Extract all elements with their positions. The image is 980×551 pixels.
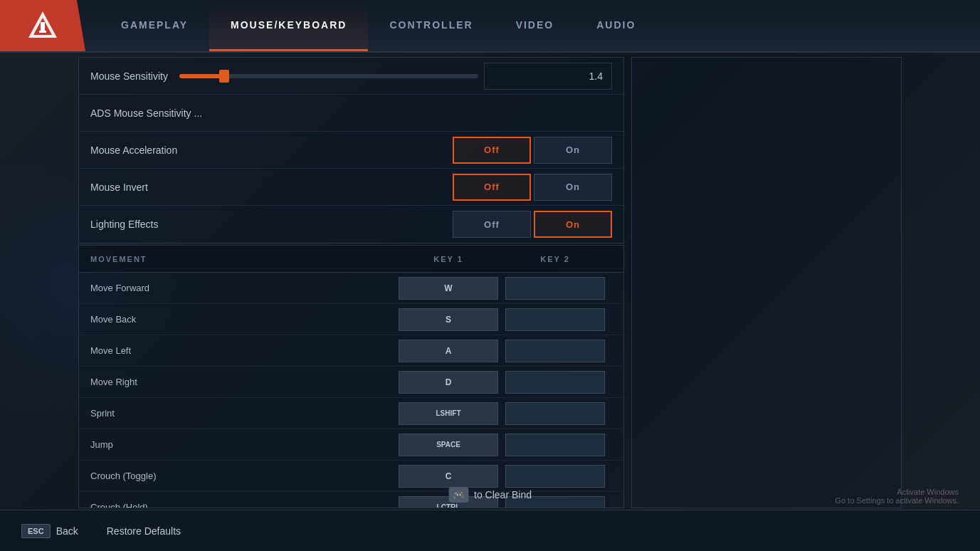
watermark-line1: Activate Windows: [835, 488, 959, 496]
main-content: Mouse Sensitivity 1.4 ADS Mouse Sensitiv…: [78, 57, 902, 508]
table-row: Move Back S: [79, 304, 623, 335]
action-sprint: Sprint: [90, 408, 399, 419]
action-move-left: Move Left: [90, 345, 399, 356]
tab-video[interactable]: VIDEO: [495, 0, 576, 51]
key1-sprint[interactable]: LSHIFT: [399, 402, 498, 425]
keybind-rows: Move Forward W Move Back S Move Left A M…: [79, 273, 623, 508]
mouse-sensitivity-section: Mouse Sensitivity 1.4 ADS Mouse Sensitiv…: [78, 57, 624, 243]
clear-bind-hint: 🎮 to Clear Bind: [448, 487, 532, 503]
lighting-effects-row: Lighting Effects Off On: [79, 206, 623, 243]
action-crouch-toggle: Crouch (Toggle): [90, 471, 399, 481]
back-button[interactable]: ESC Back: [21, 524, 78, 538]
key1-move-right[interactable]: D: [399, 371, 498, 394]
right-panel: [631, 57, 902, 508]
table-row: Crouch (Hold) LCTRL: [79, 492, 623, 508]
movement-label: MOVEMENT: [90, 255, 399, 263]
movement-key2-header: KEY 2: [505, 255, 605, 263]
key1-crouch-toggle[interactable]: C: [399, 465, 498, 488]
ads-sensitivity-label: ADS Mouse Sensitivity ...: [90, 107, 612, 119]
mouse-acceleration-off[interactable]: Off: [453, 137, 531, 164]
action-move-back: Move Back: [90, 314, 399, 325]
mouse-sensitivity-slider-container: 1.4: [179, 63, 612, 90]
mouse-invert-toggle: Off On: [453, 174, 612, 201]
table-row: Move Left A: [79, 335, 623, 367]
key1-move-back[interactable]: S: [399, 308, 498, 331]
lighting-effects-toggle: Off On: [453, 211, 612, 238]
lighting-effects-label: Lighting Effects: [90, 219, 453, 230]
mouse-sensitivity-row: Mouse Sensitivity 1.4: [79, 58, 623, 95]
key2-move-left[interactable]: [505, 340, 605, 362]
svg-rect-2: [41, 22, 45, 31]
lighting-effects-off[interactable]: Off: [453, 211, 531, 238]
lighting-effects-on[interactable]: On: [534, 211, 612, 238]
bottom-bar: ESC Back Restore Defaults: [0, 510, 980, 551]
table-row: Move Right D: [79, 367, 623, 398]
windows-watermark: Activate Windows Go to Settings to activ…: [835, 488, 959, 505]
tab-gameplay[interactable]: GAMEPLAY: [100, 0, 209, 51]
action-crouch-hold: Crouch (Hold): [90, 502, 399, 508]
mouse-invert-on[interactable]: On: [534, 174, 612, 201]
tab-controller[interactable]: CONTROLLER: [368, 0, 494, 51]
nav-tabs: GAMEPLAY MOUSE/KEYBOARD CONTROLLER VIDEO…: [100, 0, 657, 51]
key2-crouch-toggle[interactable]: [505, 465, 605, 488]
mouse-invert-row: Mouse Invert Off On: [79, 169, 623, 206]
mouse-acceleration-label: Mouse Acceleration: [90, 145, 453, 156]
mouse-sensitivity-fill: [179, 74, 224, 78]
key1-move-forward[interactable]: W: [399, 277, 498, 300]
action-move-right: Move Right: [90, 377, 399, 387]
gamepad-icon: 🎮: [448, 487, 468, 503]
watermark-line2: Go to Settings to activate Windows.: [835, 496, 959, 505]
apex-logo: [25, 8, 60, 43]
restore-label: Restore Defaults: [107, 525, 181, 537]
key2-move-forward[interactable]: [505, 277, 605, 300]
mouse-sensitivity-thumb[interactable]: [219, 70, 229, 83]
mouse-sensitivity-value: 1.4: [484, 63, 612, 90]
mouse-sensitivity-track[interactable]: [179, 74, 478, 78]
back-key-badge: ESC: [21, 524, 51, 538]
table-row: Move Forward W: [79, 273, 623, 304]
nav-bar: GAMEPLAY MOUSE/KEYBOARD CONTROLLER VIDEO…: [0, 0, 980, 53]
table-row: Crouch (Toggle) C: [79, 461, 623, 492]
table-row: Sprint LSHIFT: [79, 398, 623, 429]
movement-key1-header: KEY 1: [399, 255, 498, 263]
clear-bind-text: to Clear Bind: [474, 489, 532, 500]
restore-defaults-button[interactable]: Restore Defaults: [107, 525, 181, 537]
mouse-sensitivity-label: Mouse Sensitivity: [90, 70, 179, 82]
left-panel: Mouse Sensitivity 1.4 ADS Mouse Sensitiv…: [78, 57, 624, 508]
ads-sensitivity-row: ADS Mouse Sensitivity ...: [79, 95, 623, 132]
action-jump: Jump: [90, 439, 399, 450]
mouse-acceleration-toggle: Off On: [453, 137, 612, 164]
action-move-forward: Move Forward: [90, 283, 399, 293]
key2-jump[interactable]: [505, 434, 605, 456]
key2-move-back[interactable]: [505, 308, 605, 331]
tab-mouse-keyboard[interactable]: MOUSE/KEYBOARD: [209, 0, 368, 51]
key1-jump[interactable]: SPACE: [399, 434, 498, 456]
tab-audio[interactable]: AUDIO: [575, 0, 657, 51]
key2-sprint[interactable]: [505, 402, 605, 425]
key2-move-right[interactable]: [505, 371, 605, 394]
keybind-section: MOVEMENT KEY 1 KEY 2 Move Forward W Move…: [78, 245, 624, 508]
table-row: Jump SPACE: [79, 429, 623, 461]
logo-area: [0, 0, 85, 51]
mouse-acceleration-row: Mouse Acceleration Off On: [79, 132, 623, 169]
mouse-invert-label: Mouse Invert: [90, 182, 453, 193]
key1-move-left[interactable]: A: [399, 340, 498, 362]
svg-rect-3: [39, 31, 46, 33]
back-label: Back: [56, 525, 78, 537]
mouse-acceleration-on[interactable]: On: [534, 137, 612, 164]
movement-header: MOVEMENT KEY 1 KEY 2: [79, 246, 623, 273]
mouse-invert-off[interactable]: Off: [453, 174, 531, 201]
